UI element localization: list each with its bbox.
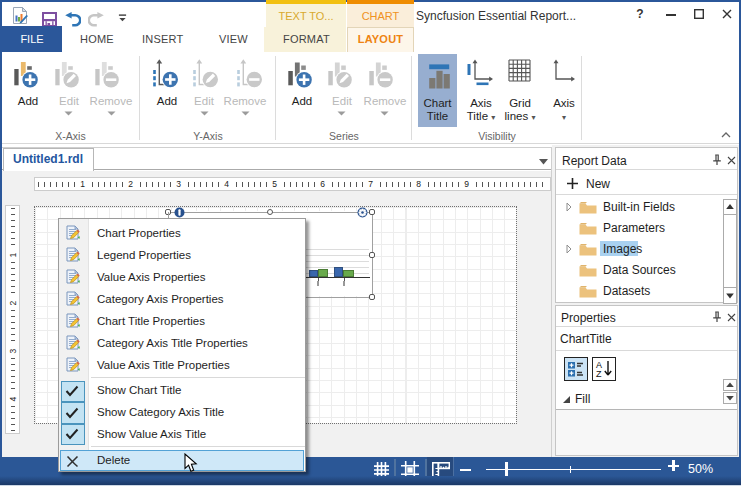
svg-text:Z: Z [596, 369, 602, 379]
